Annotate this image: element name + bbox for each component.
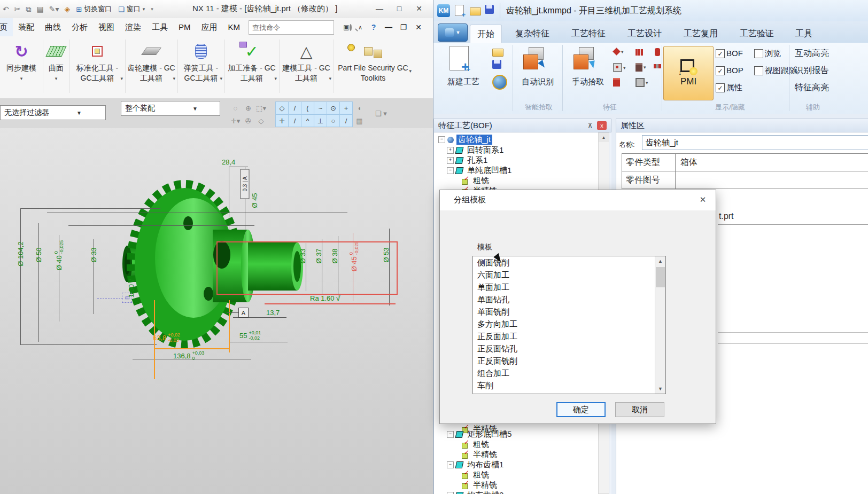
marquee-select-icon[interactable]: ⬚▾ (254, 101, 268, 114)
scrollbar-thumb[interactable] (656, 267, 665, 287)
tab-process-verify[interactable]: 工艺验证 (733, 25, 781, 43)
expander-icon[interactable]: + (447, 157, 454, 164)
attributes-checkbox[interactable]: ✓ (716, 83, 725, 92)
synchronous-modeling-button[interactable]: ↻ 同步建模▾ (1, 40, 42, 95)
boss-feature-icon[interactable] (613, 78, 620, 87)
tree-item-operation[interactable]: ✓ 半精铣 (462, 480, 499, 490)
hole-feature-icon[interactable]: ▾ (613, 63, 626, 72)
tab-pm[interactable]: PM (173, 18, 196, 36)
interactive-highlight-button[interactable]: 互动高亮 (795, 48, 829, 59)
tree-item[interactable]: + 孔系1 (447, 155, 489, 166)
cancel-button[interactable]: 取消 (615, 402, 664, 417)
switch-window-button[interactable]: ⊞ 切换窗口 (73, 4, 115, 14)
snap-ellipse-icon[interactable]: ○ (327, 114, 340, 127)
list-item[interactable]: 车削 (473, 379, 665, 391)
tab-process-reuse[interactable]: 工艺复用 (677, 25, 725, 43)
tab-start[interactable]: 开始 (470, 25, 502, 43)
snap-pole-icon[interactable]: ^ (301, 114, 314, 127)
name-field[interactable]: 齿轮轴_jt (642, 135, 868, 150)
list-item[interactable]: 正反面钻孔 (473, 342, 665, 355)
tab-home[interactable]: 主页 (0, 18, 13, 37)
modeling-tools-button[interactable]: △ 建模工具 - GC工具箱▾ (280, 40, 332, 95)
new-process-icon[interactable]: + (445, 46, 479, 77)
spring-tools-button[interactable]: 弹簧工具 - GC工具箱▾ (179, 40, 223, 95)
panel-close-button[interactable]: x (597, 121, 607, 130)
snap-center-icon[interactable]: ⊙ (327, 101, 340, 114)
list-item[interactable]: 多方向加工 (473, 318, 665, 330)
dialog-close-icon[interactable]: ✕ (698, 194, 708, 205)
list-scrollbar[interactable]: ▲ ▼ (655, 256, 665, 394)
tree-item[interactable]: − 均布齿槽1 (447, 460, 505, 470)
snap-intersection-icon[interactable]: + (339, 101, 353, 114)
copy-icon[interactable]: ⧉ (26, 5, 31, 14)
list-item[interactable]: 单面加工 (473, 281, 665, 293)
snap-grid-icon[interactable]: ▦ (353, 114, 366, 127)
render-style-dropdown[interactable]: ❑ ▾ (371, 107, 391, 120)
tab-km[interactable]: KM (223, 18, 246, 36)
tab-view[interactable]: 视图 (93, 18, 120, 36)
recognition-report-button[interactable]: 识别报告 (795, 65, 829, 76)
tab-curve[interactable]: 曲线 (40, 18, 66, 36)
command-finder[interactable] (249, 20, 334, 35)
shaft-joint-feature-icon[interactable] (654, 64, 661, 68)
tab-tools[interactable]: 工具 (789, 25, 819, 43)
list-item[interactable]: 正反面铣削 (473, 355, 665, 367)
list-item[interactable]: 单面铣削 (473, 305, 665, 318)
tree-item[interactable]: − 均布齿槽2 (447, 490, 505, 494)
highlight-related-icon[interactable]: ◌ (229, 101, 242, 114)
nx-graphics-area[interactable]: 28,4 0.3 | A Ø 104,2 Ø 50 Ø 400-0,025 Ø … (0, 128, 433, 494)
auto-recognize-button[interactable] (523, 47, 545, 68)
snap-arc-icon[interactable]: ( (301, 101, 314, 114)
undo-icon[interactable]: ↶ (3, 5, 9, 13)
selection-filter-dropdown[interactable]: 无选择过滤器▼ (0, 105, 106, 120)
tab-complex-features[interactable]: 复杂特征 (508, 25, 556, 43)
km-app-button[interactable]: ▼ (438, 23, 468, 42)
expander-icon[interactable]: − (438, 136, 445, 143)
search-input[interactable] (249, 23, 350, 32)
tab-application[interactable]: 应用 (196, 18, 223, 36)
snap-endpoint-icon[interactable]: ◇ (275, 101, 289, 114)
doc-minimize-button[interactable]: — (381, 21, 397, 34)
open-process-icon[interactable] (492, 46, 504, 58)
view-follow-checkbox[interactable] (754, 66, 763, 75)
cylinder-feature-icon[interactable] (655, 48, 660, 56)
rib-feature-icon[interactable] (636, 49, 638, 56)
new-file-icon[interactable] (455, 5, 467, 17)
tab-render[interactable]: 渲染 (120, 18, 146, 36)
cube-snap-icon[interactable]: ◇ (254, 114, 268, 127)
snap-perp-icon[interactable]: ⊥ (314, 114, 327, 127)
browse-checkbox[interactable] (754, 49, 763, 58)
close-button[interactable]: ✕ (411, 2, 427, 15)
snap-midpoint-icon[interactable]: / (288, 101, 301, 114)
ok-button[interactable]: 确定 (556, 402, 606, 417)
plane-feature-icon[interactable]: ▾ (613, 48, 624, 55)
gear-shaft-model[interactable] (0, 128, 433, 494)
part-file-security-button[interactable]: Part File Security GC Toolkits▾ (335, 40, 412, 95)
touch-mode-icon[interactable]: ◈ (64, 5, 70, 13)
selection-scope-dropdown[interactable]: 整个装配▼ (121, 101, 220, 116)
manual-pick-label[interactable]: 手动拾取 (564, 77, 612, 87)
tree-item-root[interactable]: − 齿轮轴_jt (438, 135, 492, 145)
scroll-up-icon[interactable]: ▲ (655, 256, 665, 266)
list-item[interactable]: 单面钻孔 (473, 293, 665, 305)
snap-point-icon[interactable]: ✛ (275, 114, 289, 127)
publish-globe-icon[interactable] (492, 75, 507, 90)
bof-scrollbar[interactable]: ▲ (598, 132, 609, 191)
snap-toggle-icon[interactable]: ✛▾ (229, 114, 242, 127)
pin-icon[interactable]: ⊼ (587, 122, 593, 130)
tab-process-features[interactable]: 工艺特征 (564, 25, 613, 43)
expander-icon[interactable]: − (447, 461, 454, 468)
manual-pick-button[interactable] (574, 47, 595, 68)
snap-spline-icon[interactable]: ~ (314, 101, 327, 114)
gear-modeling-button[interactable]: 齿轮建模 - GC工具箱▾ (126, 40, 176, 95)
tab-assembly[interactable]: 装配 (13, 18, 40, 36)
surface-button[interactable]: 曲面▾ (44, 40, 68, 95)
list-item[interactable]: 组合加工 (473, 367, 665, 379)
window-menu-button[interactable]: ❏ 窗口 ▾ (115, 4, 148, 14)
help-icon[interactable]: ? (366, 21, 382, 34)
list-item[interactable]: 六面加工 (473, 269, 665, 281)
expander-icon[interactable]: − (447, 492, 454, 494)
save-file-icon[interactable] (485, 5, 497, 17)
maximize-button[interactable]: □ (391, 2, 407, 15)
expander-icon[interactable]: − (447, 431, 454, 438)
